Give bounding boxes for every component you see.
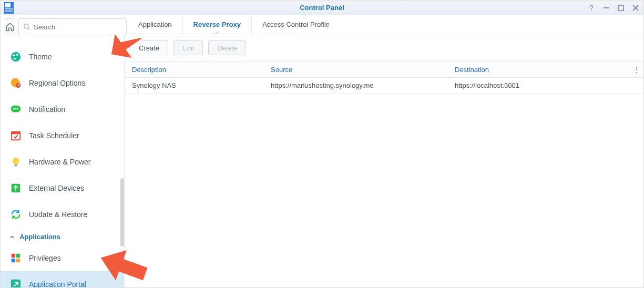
tab-label: Application xyxy=(138,20,172,28)
svg-point-12 xyxy=(16,54,18,56)
window-title: Control Panel xyxy=(1,4,643,12)
svg-point-11 xyxy=(13,54,15,56)
col-destination-header[interactable]: Destination xyxy=(451,66,629,74)
section-label: Applications xyxy=(19,233,60,241)
svg-rect-28 xyxy=(16,259,20,262)
sidebar-item-task-scheduler[interactable]: Task Scheduler xyxy=(1,122,124,149)
theme-icon xyxy=(10,51,22,63)
edit-button[interactable]: Edit xyxy=(173,40,203,55)
maximize-button[interactable] xyxy=(616,3,626,13)
sidebar-item-notification[interactable]: Notification xyxy=(1,96,124,122)
sidebar-item-label: Task Scheduler xyxy=(29,131,79,140)
home-button[interactable] xyxy=(5,18,15,35)
search-icon xyxy=(23,23,30,30)
col-source-header[interactable]: Source xyxy=(267,66,451,74)
globe-icon xyxy=(10,77,22,89)
table-options-button[interactable]: ⋮ xyxy=(629,66,643,74)
control-panel-window: Control Panel ? Theme xyxy=(0,0,644,288)
cell-description: Synology NAS xyxy=(125,81,267,89)
table-row[interactable]: Synology NAS https://mariushosting.synol… xyxy=(125,78,643,94)
main-panel: Application Reverse Proxy Access Control… xyxy=(125,15,643,287)
portal-icon xyxy=(10,279,22,287)
svg-point-22 xyxy=(13,158,19,164)
sidebar-item-application-portal[interactable]: Application Portal xyxy=(1,271,124,287)
cell-source: https://mariushosting.synology.me xyxy=(267,81,451,89)
sidebar-scrollbar[interactable] xyxy=(120,178,124,246)
svg-point-19 xyxy=(17,108,18,110)
tabs: Application Reverse Proxy Access Control… xyxy=(125,15,643,34)
reverse-proxy-table: Description Source Destination ⋮ Synolog… xyxy=(125,61,643,94)
sidebar-item-label: External Devices xyxy=(29,184,84,192)
sidebar: Theme Regional Options Notification Task… xyxy=(1,15,125,287)
help-button[interactable]: ? xyxy=(587,3,596,13)
calendar-icon xyxy=(10,130,22,141)
sidebar-item-regional-options[interactable]: Regional Options xyxy=(1,70,124,96)
delete-button[interactable]: Delete xyxy=(208,40,246,55)
section-applications[interactable]: Applications xyxy=(1,228,124,245)
sidebar-item-update-restore[interactable]: Update & Restore xyxy=(1,201,124,228)
sidebar-nav: Theme Regional Options Notification Task… xyxy=(1,38,124,287)
svg-rect-27 xyxy=(12,259,15,262)
tab-label: Reverse Proxy xyxy=(193,20,241,28)
create-button[interactable]: Create xyxy=(130,40,168,55)
svg-point-10 xyxy=(11,52,21,61)
svg-rect-3 xyxy=(5,11,13,12)
close-button[interactable] xyxy=(631,3,640,13)
svg-point-8 xyxy=(24,24,28,28)
svg-rect-25 xyxy=(12,254,15,258)
external-device-icon xyxy=(10,182,22,194)
table-header: Description Source Destination ⋮ xyxy=(125,62,643,78)
sidebar-item-label: Application Portal xyxy=(29,280,86,287)
svg-rect-21 xyxy=(12,132,21,135)
home-icon xyxy=(5,22,15,32)
svg-rect-23 xyxy=(14,164,17,167)
svg-rect-29 xyxy=(11,280,21,287)
svg-point-17 xyxy=(13,108,15,110)
svg-rect-1 xyxy=(5,3,11,7)
sidebar-item-external-devices[interactable]: External Devices xyxy=(1,175,124,201)
search-input[interactable] xyxy=(34,23,122,31)
svg-point-18 xyxy=(15,108,17,110)
sidebar-item-label: Update & Restore xyxy=(29,210,87,219)
tab-reverse-proxy[interactable]: Reverse Proxy xyxy=(182,15,251,34)
svg-rect-5 xyxy=(618,5,623,11)
sidebar-item-label: Hardware & Power xyxy=(29,158,91,166)
sidebar-item-privileges[interactable]: Privileges xyxy=(1,245,124,271)
chevron-up-icon xyxy=(9,234,15,240)
svg-line-9 xyxy=(28,28,30,30)
sidebar-item-theme[interactable]: Theme xyxy=(1,44,124,70)
sidebar-item-label: Notification xyxy=(29,105,65,114)
tab-label: Access Control Profile xyxy=(262,20,330,28)
svg-rect-26 xyxy=(16,254,20,258)
svg-point-13 xyxy=(14,58,16,60)
sidebar-item-label: Privileges xyxy=(29,254,61,262)
minimize-button[interactable] xyxy=(601,3,611,13)
bulb-icon xyxy=(10,156,22,168)
sidebar-item-hardware-power[interactable]: Hardware & Power xyxy=(1,149,124,175)
svg-rect-2 xyxy=(5,8,13,9)
sidebar-item-label: Regional Options xyxy=(29,79,85,87)
tab-application[interactable]: Application xyxy=(128,15,182,34)
notification-icon xyxy=(10,104,22,115)
refresh-icon xyxy=(10,209,22,220)
sidebar-item-label: Theme xyxy=(29,53,52,61)
window-controls: ? xyxy=(587,3,640,13)
tab-access-control-profile[interactable]: Access Control Profile xyxy=(251,15,340,34)
titlebar: Control Panel ? xyxy=(1,1,643,15)
search-input-wrap[interactable] xyxy=(18,18,127,35)
col-description-header[interactable]: Description xyxy=(125,66,267,74)
app-icon xyxy=(2,1,16,15)
privileges-icon xyxy=(10,252,22,264)
toolbar: Create Edit Delete xyxy=(125,34,643,61)
cell-destination: https://localhost:5001 xyxy=(451,81,629,89)
